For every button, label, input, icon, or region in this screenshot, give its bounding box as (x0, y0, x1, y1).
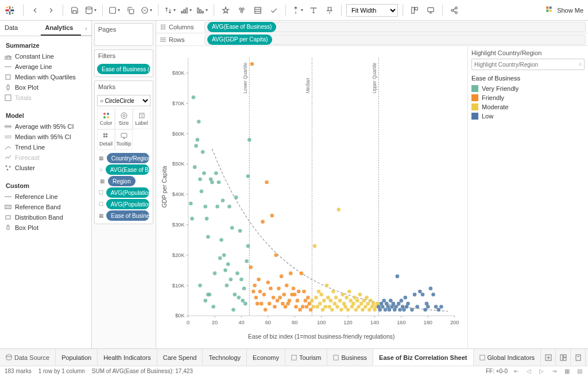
new-sheet-button[interactable]: ▾ (107, 3, 121, 17)
tab-data[interactable]: Data (0, 21, 41, 36)
svg-point-303 (431, 293, 435, 297)
mark-tooltip-button[interactable]: Tooltip (115, 129, 133, 150)
mark-type-select[interactable]: ○ CircleCircle (97, 95, 150, 106)
back-button[interactable] (28, 3, 42, 17)
columns-shelf[interactable]: Columns AVG(Ease of Business) (156, 21, 588, 33)
analytics-dist-band[interactable]: Distribution Band (0, 212, 91, 222)
collapse-sidebar-button[interactable]: ‹ (81, 21, 91, 36)
mark-pill-5[interactable]: Ease of Busine.. (106, 210, 149, 221)
columns-pill[interactable]: AVG(Ease of Business) (207, 22, 276, 32)
analytics-ref-band[interactable]: Reference Band (0, 202, 91, 212)
swap-button[interactable]: ▾ (163, 3, 177, 17)
svg-rect-69 (103, 136, 105, 137)
tab-analytics[interactable]: Analytics (41, 21, 82, 36)
svg-point-53 (7, 169, 9, 171)
mark-color-button[interactable]: Color (97, 109, 115, 129)
analytics-median-quartiles[interactable]: Median with Quartiles (0, 72, 91, 82)
svg-point-188 (266, 281, 270, 285)
sheet-tab-health-indicators[interactable]: Health Indicators (98, 349, 157, 366)
analytics-box-plot[interactable]: Box Plot (0, 82, 91, 93)
mark-pill-4[interactable]: AVG(Population.. (106, 199, 149, 209)
mark-pill-3[interactable]: AVG(Population.. (106, 187, 149, 198)
svg-point-200 (282, 293, 286, 297)
new-worksheet-button[interactable] (541, 349, 556, 366)
save-button[interactable] (68, 3, 82, 17)
sort-asc-button[interactable]: ▾ (179, 3, 193, 17)
analytics-avg-95ci[interactable]: Average with 95% CI (0, 121, 91, 132)
share-button[interactable] (447, 3, 461, 17)
mark-pill-0[interactable]: Country/Region (107, 153, 149, 163)
analytics-trend-line[interactable]: Trend Line (0, 142, 91, 152)
mark-detail-button[interactable]: Detail (97, 129, 115, 150)
svg-text:200: 200 (450, 320, 459, 325)
sheet-tab-population[interactable]: Population (56, 349, 98, 366)
svg-text:$20K: $20K (172, 252, 185, 258)
totals-button[interactable] (251, 3, 265, 17)
svg-point-164 (235, 271, 239, 275)
text-button[interactable] (307, 3, 320, 17)
film-strip-button[interactable]: ▦ (563, 367, 571, 375)
analytics-ref-line[interactable]: Reference Line (0, 191, 91, 202)
svg-point-297 (418, 290, 422, 294)
pages-card[interactable]: Pages (94, 23, 153, 46)
sheet-tab-business[interactable]: Business (327, 349, 373, 366)
new-story-button[interactable] (571, 349, 586, 366)
sheet-tab-economy[interactable]: Economy (247, 349, 285, 366)
svg-text:T: T (141, 114, 144, 118)
data-source-tab[interactable]: Data Source (0, 349, 56, 366)
forward-button[interactable] (44, 3, 58, 17)
highlight-input[interactable] (471, 59, 585, 70)
chart-viewport[interactable]: $0K$10K$20K$30K$40K$50K$60K$70K$80K02040… (156, 46, 467, 348)
rows-pill[interactable]: AVG(GDP per Capita) (207, 34, 272, 45)
last-button[interactable]: ⇥ (550, 367, 558, 375)
svg-rect-2 (6, 9, 9, 11)
mark-pill-1[interactable]: AVG(Ease of Busi.. (106, 164, 149, 175)
mark-pill-2[interactable]: Region (108, 176, 136, 186)
sheet-tab-ease-of-biz-correlation-sheet[interactable]: Ease of Biz Correlation Sheet (373, 349, 473, 366)
sheet-tab-global-indicators[interactable]: Global Indicators (474, 349, 541, 366)
svg-point-147 (213, 271, 217, 275)
highlight-button[interactable] (219, 3, 233, 17)
sheet-tab-care-spend[interactable]: Care Spend (157, 349, 203, 366)
labels-button[interactable] (267, 3, 281, 17)
mark-label-button[interactable]: TLabel (133, 109, 150, 129)
legend-item-3[interactable]: Low (471, 112, 585, 121)
analytics-constant-line[interactable]: Constant Line (0, 51, 91, 62)
fit-select[interactable]: Fit Width (346, 4, 398, 17)
pin-button[interactable]: ▾ (291, 3, 304, 17)
clear-button[interactable]: ▾ (140, 3, 153, 17)
sheet-tab-tourism[interactable]: Tourism (285, 349, 328, 366)
svg-rect-9 (110, 7, 116, 13)
mark-size-button[interactable]: Size (115, 109, 133, 129)
first-button[interactable]: ⇤ (512, 367, 520, 375)
show-me-button[interactable]: Show Me (546, 6, 583, 15)
filter-pill-ease[interactable]: Ease of Business (cl..≡ (97, 64, 150, 74)
analytics-box-plot2[interactable]: Box Plot (0, 222, 91, 233)
sheet-tab-technology[interactable]: Technology (203, 349, 247, 366)
presentation-button[interactable] (424, 3, 438, 17)
filters-card[interactable]: Filters Ease of Business (cl..≡ (94, 49, 153, 77)
prev-button[interactable]: ◁ (525, 367, 533, 375)
show-cards-button[interactable] (408, 3, 421, 17)
svg-rect-67 (103, 133, 105, 135)
legend-item-0[interactable]: Very Friendly (471, 84, 585, 93)
legend-item-1[interactable]: Friendly (471, 93, 585, 102)
sort-desc-button[interactable]: ▾ (195, 3, 209, 17)
svg-point-262 (365, 296, 369, 300)
duplicate-button[interactable] (123, 3, 137, 17)
svg-point-243 (339, 308, 343, 312)
next-button[interactable]: ▷ (537, 367, 546, 375)
new-data-button[interactable]: ▾ (84, 3, 98, 17)
analytics-cluster[interactable]: Cluster (0, 163, 91, 173)
svg-rect-6 (6, 12, 7, 13)
analytics-median-95ci[interactable]: Median with 95% CI (0, 132, 91, 142)
new-dashboard-button[interactable] (556, 349, 571, 366)
legend-item-2[interactable]: Moderate (471, 102, 585, 112)
slide-sorter-button[interactable]: ▤ (575, 367, 583, 375)
analytics-average-line[interactable]: Average Line (0, 62, 91, 72)
rows-shelf[interactable]: Rows AVG(GDP per Capita) (156, 33, 588, 46)
pin2-button[interactable] (323, 3, 336, 17)
group-button[interactable] (235, 3, 249, 17)
svg-point-148 (214, 171, 218, 175)
svg-point-52 (9, 166, 11, 168)
